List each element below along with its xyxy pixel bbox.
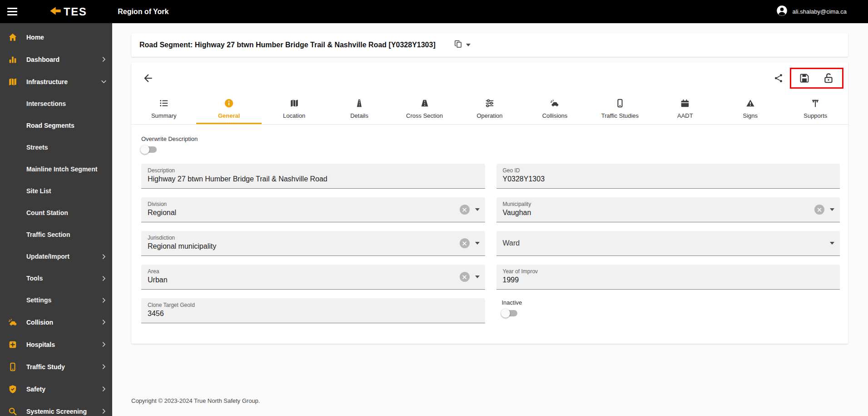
sidebar-item-hospitals[interactable]: Hospitals	[0, 333, 112, 356]
sign-post-icon	[810, 98, 820, 110]
division-field[interactable]: Division Regional ✕	[141, 197, 485, 222]
toolbar	[131, 62, 848, 94]
overwrite-description-label: Overwrite Description	[141, 135, 840, 142]
ward-field[interactable]: Ward	[496, 231, 840, 256]
clear-icon[interactable]: ✕	[460, 238, 470, 248]
tab-aadt[interactable]: AADT	[653, 94, 718, 124]
sidebar-item-traffic-study[interactable]: Traffic Study	[0, 356, 112, 378]
unlock-button[interactable]	[823, 72, 834, 84]
collision-car-icon	[8, 317, 18, 327]
sidebar-item-label: Systemic Screening	[26, 408, 87, 415]
clear-icon[interactable]: ✕	[460, 272, 470, 282]
chevron-right-icon	[100, 341, 108, 348]
dropdown-caret-icon[interactable]	[475, 242, 480, 245]
hospital-cross-icon	[8, 340, 18, 350]
inactive-label: Inactive	[502, 299, 840, 306]
clear-icon[interactable]: ✕	[460, 205, 470, 215]
sidebar-item-tools[interactable]: Tools	[0, 267, 112, 289]
chevron-right-icon	[100, 363, 108, 371]
area-field[interactable]: Area Urban ✕	[141, 265, 485, 290]
tab-bar: Summary General Location Details Cross S…	[131, 94, 848, 125]
clone-target-geoid-field[interactable]: Clone Target GeoId 3456	[141, 298, 485, 323]
sidebar-item-dashboard[interactable]: Dashboard	[0, 48, 112, 70]
road-cross-section-icon	[420, 98, 430, 110]
tab-cross-section[interactable]: Cross Section	[392, 94, 457, 124]
tab-summary[interactable]: Summary	[131, 94, 196, 124]
sidebar-item-mainline-intch-segment[interactable]: Mainline Intch Segment	[0, 158, 112, 180]
map-icon	[289, 98, 299, 110]
sidebar: Home Dashboard Infrastructure Intersecti…	[0, 23, 112, 416]
tab-location[interactable]: Location	[262, 94, 327, 124]
copy-title-button[interactable]	[454, 40, 471, 50]
logo-text: TES	[64, 5, 87, 18]
share-button[interactable]	[774, 73, 784, 83]
sidebar-item-label: Dashboard	[26, 56, 60, 63]
chevron-right-icon	[100, 253, 108, 260]
main-content: Road Segment: Highway 27 btwn Humber Bri…	[112, 23, 868, 416]
year-of-improv-field[interactable]: Year of Improv 1999	[496, 265, 840, 290]
sidebar-item-label: Collision	[26, 319, 53, 326]
sidebar-item-label: Safety	[26, 386, 45, 393]
save-unlock-group	[796, 72, 837, 84]
user-menu[interactable]: ali.shalaby@cima.ca	[776, 5, 847, 19]
home-icon	[8, 32, 18, 42]
menu-icon[interactable]	[7, 8, 21, 15]
sidebar-item-intersections[interactable]: Intersections	[0, 93, 112, 115]
tab-general[interactable]: General	[196, 94, 261, 124]
general-form: Overwrite Description Description Highwa…	[131, 125, 848, 339]
sidebar-item-traffic-section[interactable]: Traffic Section	[0, 224, 112, 246]
sidebar-item-infrastructure[interactable]: Infrastructure	[0, 70, 112, 93]
tab-operation[interactable]: Operation	[457, 94, 522, 124]
geo-id-field[interactable]: Geo ID Y0328Y1303	[496, 164, 840, 189]
sidebar-item-settings[interactable]: Settings	[0, 289, 112, 311]
sidebar-item-label: Hospitals	[26, 341, 55, 348]
list-icon	[159, 98, 169, 110]
dropdown-caret-icon[interactable]	[475, 208, 480, 211]
tab-signs[interactable]: Signs	[718, 94, 783, 124]
overwrite-description-toggle[interactable]	[141, 146, 157, 153]
inactive-block: Inactive	[496, 298, 840, 316]
magnifier-icon	[8, 406, 18, 416]
sidebar-item-home[interactable]: Home	[0, 26, 112, 48]
dropdown-caret-icon[interactable]	[830, 242, 834, 245]
tes-logo[interactable]: TES	[49, 5, 87, 19]
annotation-highlight-box	[790, 68, 843, 89]
chevron-right-icon	[100, 386, 108, 393]
sidebar-item-streets[interactable]: Streets	[0, 136, 112, 158]
sidebar-item-collision[interactable]: Collision	[0, 311, 112, 333]
tab-details[interactable]: Details	[327, 94, 392, 124]
dropdown-caret-icon[interactable]	[475, 276, 480, 278]
warning-triangle-icon	[745, 98, 755, 110]
sidebar-item-label: Traffic Study	[26, 363, 65, 371]
tab-collisions[interactable]: Collisions	[522, 94, 587, 124]
sidebar-item-road-segments[interactable]: Road Segments	[0, 115, 112, 136]
description-field[interactable]: Description Highway 27 btwn Humber Bridg…	[141, 164, 485, 189]
chevron-down-icon	[466, 44, 471, 46]
traffic-study-device-icon	[615, 98, 625, 110]
sidebar-item-site-list[interactable]: Site List	[0, 180, 112, 202]
traffic-study-device-icon	[8, 362, 18, 372]
dropdown-caret-icon[interactable]	[830, 208, 834, 211]
clear-icon[interactable]: ✕	[814, 205, 824, 215]
collision-car-icon	[550, 98, 560, 110]
user-avatar-icon	[776, 5, 788, 19]
back-button[interactable]	[142, 72, 154, 84]
municipality-field[interactable]: Municipality Vaughan ✕	[496, 197, 840, 222]
sidebar-item-safety[interactable]: Safety	[0, 378, 112, 400]
inactive-toggle[interactable]	[502, 310, 517, 316]
info-icon	[224, 98, 234, 110]
sliders-icon	[485, 98, 495, 110]
jurisdiction-field[interactable]: Jurisdiction Regional municipality ✕	[141, 231, 485, 256]
user-email: ali.shalaby@cima.ca	[793, 8, 847, 15]
tab-supports[interactable]: Supports	[783, 94, 848, 124]
chevron-right-icon	[100, 275, 108, 282]
chevron-right-icon	[100, 56, 108, 63]
page-title: Road Segment: Highway 27 btwn Humber Bri…	[139, 41, 436, 49]
sidebar-item-systemic-screening[interactable]: Systemic Screening	[0, 400, 112, 416]
topbar: TES Region of York ali.shalaby@cima.ca	[0, 0, 868, 23]
chevron-right-icon	[100, 296, 108, 304]
sidebar-item-update-import[interactable]: Update/Import	[0, 246, 112, 267]
save-button[interactable]	[799, 73, 810, 84]
sidebar-item-count-station[interactable]: Count Station	[0, 202, 112, 224]
tab-traffic-studies[interactable]: Traffic Studies	[587, 94, 652, 124]
